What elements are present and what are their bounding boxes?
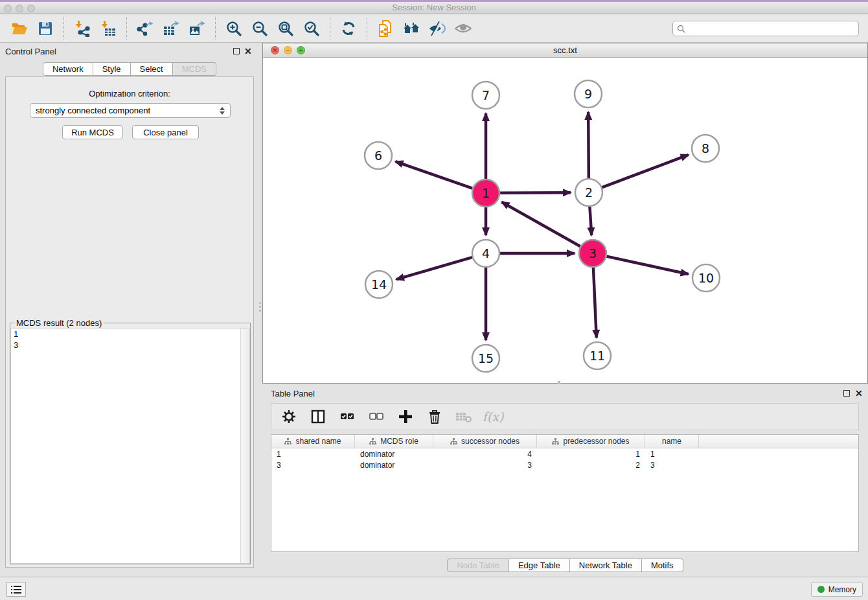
graph-node-label: 10: [698, 271, 714, 285]
graph-edge-3-10[interactable]: [606, 257, 688, 274]
zoom-fit-icon[interactable]: [276, 19, 295, 38]
task-history-menu-icon[interactable]: [6, 582, 26, 597]
close-panel-icon[interactable]: ✕: [244, 47, 252, 56]
graph-edge-1-2[interactable]: [500, 192, 571, 193]
search-input[interactable]: [672, 21, 859, 36]
cell-shared-name[interactable]: 3: [271, 461, 355, 470]
column-header-mcds-role[interactable]: MCDS role: [355, 435, 433, 448]
table-settings-gear-icon[interactable]: [280, 408, 297, 425]
cell-successor-nodes[interactable]: 4: [433, 450, 537, 459]
save-icon[interactable]: [36, 19, 55, 38]
refresh-icon[interactable]: [339, 19, 358, 38]
graph-edge-1-6[interactable]: [395, 161, 472, 189]
tab-network-table[interactable]: Network Table: [570, 559, 642, 572]
table-row[interactable]: 1 dominator 4 1 1: [271, 448, 858, 459]
graph-edge-2-9[interactable]: [588, 112, 589, 178]
mcds-result-title: MCDS result (2 nodes): [14, 318, 104, 328]
delete-column-trash-icon[interactable]: [426, 408, 443, 425]
network-canvas[interactable]: 1234678910111415: [263, 58, 867, 383]
status-bar: Memory: [0, 577, 868, 600]
show-columns-icon[interactable]: [310, 408, 326, 425]
node-table: shared name MCDS role successor nodes pr…: [271, 434, 859, 552]
toolbar-separator: [63, 17, 64, 40]
control-panel: Control Panel ✕ Network Style Select MCD…: [0, 43, 259, 577]
mcds-result-list[interactable]: 1 3: [10, 328, 250, 564]
column-header-name[interactable]: name: [645, 435, 699, 448]
tab-mcds[interactable]: MCDS: [173, 62, 216, 76]
home-icon[interactable]: [402, 19, 421, 38]
mcds-panel: Optimization criterion: strongly connect…: [5, 76, 254, 568]
run-mcds-button[interactable]: Run MCDS: [62, 125, 123, 139]
select-all-icon[interactable]: [339, 408, 356, 425]
cell-mcds-role[interactable]: dominator: [355, 450, 433, 459]
graph-edge-2-3[interactable]: [589, 207, 591, 235]
mcds-result-item[interactable]: 1: [11, 329, 249, 340]
cell-successor-nodes[interactable]: 3: [433, 461, 537, 470]
control-panel-title: Control Panel: [5, 47, 56, 56]
export-table-icon[interactable]: [161, 19, 181, 38]
application-window: Session: New Session: [0, 0, 868, 600]
tab-motifs[interactable]: Motifs: [642, 559, 683, 572]
hierarchy-icon: [450, 438, 457, 445]
control-panel-tabs: Network Style Select MCDS: [0, 62, 259, 76]
delete-table-icon[interactable]: [455, 408, 472, 425]
zoom-in-icon[interactable]: [224, 19, 244, 38]
toolbar-separator: [215, 17, 216, 40]
zoom-selected-icon[interactable]: [302, 19, 321, 38]
cell-name[interactable]: 3: [645, 461, 699, 470]
horizontal-splitter-handle[interactable]: [554, 380, 564, 384]
optimization-criterion-select[interactable]: strongly connected component: [30, 103, 231, 118]
copy-network-icon[interactable]: [376, 19, 395, 38]
tab-select[interactable]: Select: [131, 62, 173, 76]
cell-shared-name[interactable]: 1: [271, 450, 355, 459]
graph-node-label: 3: [589, 246, 597, 260]
tab-node-table[interactable]: Node Table: [447, 559, 509, 572]
graph-node-label: 1: [482, 186, 490, 200]
graph-edge-3-11[interactable]: [593, 268, 597, 338]
memory-button[interactable]: Memory: [811, 582, 863, 597]
cell-mcds-role[interactable]: dominator: [355, 461, 433, 470]
float-table-panel-icon[interactable]: [843, 390, 850, 397]
show-graphics-details-icon[interactable]: [453, 19, 473, 38]
zoom-out-icon[interactable]: [250, 19, 269, 38]
export-image-icon[interactable]: [187, 19, 207, 38]
network-view-window: ✕ − + scc.txt 1234678910111415: [262, 43, 868, 384]
cell-predecessor-nodes[interactable]: 2: [537, 461, 645, 470]
float-panel-icon[interactable]: [233, 48, 240, 54]
deselect-all-icon[interactable]: [368, 408, 385, 425]
search-box: [672, 21, 859, 36]
window-title: Session: New Session: [0, 3, 868, 12]
tab-style[interactable]: Style: [93, 62, 131, 76]
column-header-predecessor-nodes[interactable]: predecessor nodes: [537, 435, 645, 448]
open-folder-icon[interactable]: [10, 19, 29, 38]
table-panel: Table Panel ✕ f(x): [262, 385, 868, 577]
optimization-criterion-value: strongly connected component: [36, 106, 150, 115]
add-column-icon[interactable]: [397, 408, 414, 425]
cell-predecessor-nodes[interactable]: 1: [537, 450, 645, 459]
close-panel-button[interactable]: Close panel: [132, 125, 199, 139]
tab-edge-table[interactable]: Edge Table: [509, 559, 570, 572]
graph-node-label: 2: [585, 185, 593, 200]
network-window-titlebar[interactable]: ✕ − + scc.txt: [263, 43, 867, 58]
export-network-icon[interactable]: [135, 19, 155, 38]
column-header-shared-name[interactable]: shared name: [271, 435, 355, 448]
function-builder-icon[interactable]: f(x): [485, 408, 501, 425]
mcds-result-item[interactable]: 3: [11, 340, 249, 351]
table-header-row: shared name MCDS role successor nodes pr…: [271, 435, 858, 448]
graph-edge-3-1[interactable]: [501, 202, 580, 246]
graph-edge-2-8[interactable]: [602, 155, 689, 187]
import-table-icon[interactable]: [98, 19, 118, 38]
result-scrollbar[interactable]: [240, 329, 249, 563]
toolbar-separator: [126, 17, 127, 40]
hide-graphics-details-icon[interactable]: [428, 19, 447, 38]
graph-node-label: 6: [374, 148, 382, 163]
import-network-icon[interactable]: [73, 19, 92, 38]
cell-name[interactable]: 1: [645, 450, 699, 459]
vertical-splitter-handle[interactable]: [258, 298, 262, 315]
hierarchy-icon: [369, 438, 376, 445]
table-row[interactable]: 3 dominator 3 2 3: [271, 459, 858, 470]
tab-network[interactable]: Network: [43, 62, 93, 76]
graph-edge-4-14[interactable]: [396, 257, 472, 279]
close-table-panel-icon[interactable]: ✕: [855, 389, 863, 398]
column-header-successor-nodes[interactable]: successor nodes: [433, 435, 537, 448]
